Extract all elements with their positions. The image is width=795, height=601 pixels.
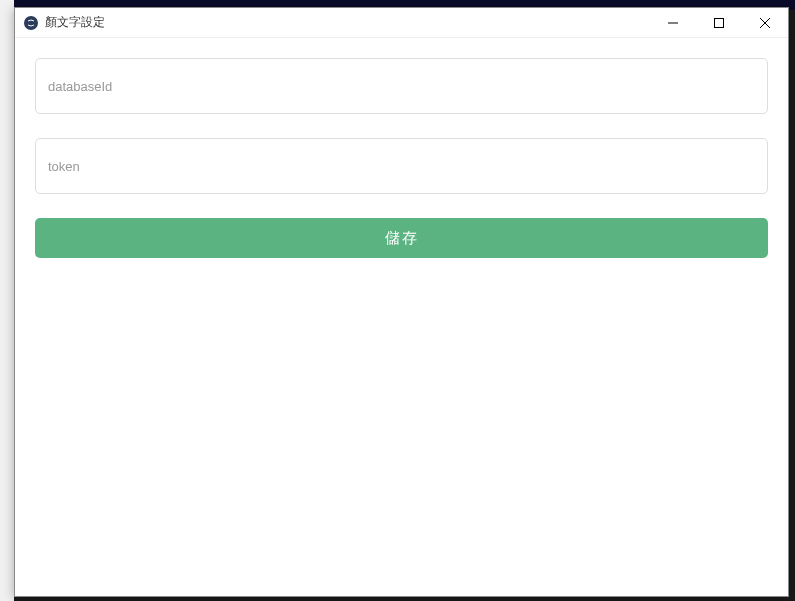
svg-point-0 xyxy=(24,16,38,30)
form-content: 儲存 xyxy=(15,38,788,278)
background-left-edge xyxy=(0,0,14,601)
database-id-input[interactable] xyxy=(35,58,768,114)
window-title: 顏文字設定 xyxy=(45,14,650,31)
settings-window: 顏文字設定 儲存 xyxy=(14,7,789,597)
minimize-button[interactable] xyxy=(650,8,696,38)
maximize-button[interactable] xyxy=(696,8,742,38)
app-icon xyxy=(23,15,39,31)
token-input[interactable] xyxy=(35,138,768,194)
svg-rect-2 xyxy=(715,19,724,28)
window-controls xyxy=(650,8,788,37)
close-button[interactable] xyxy=(742,8,788,38)
titlebar[interactable]: 顏文字設定 xyxy=(15,8,788,38)
save-button[interactable]: 儲存 xyxy=(35,218,768,258)
